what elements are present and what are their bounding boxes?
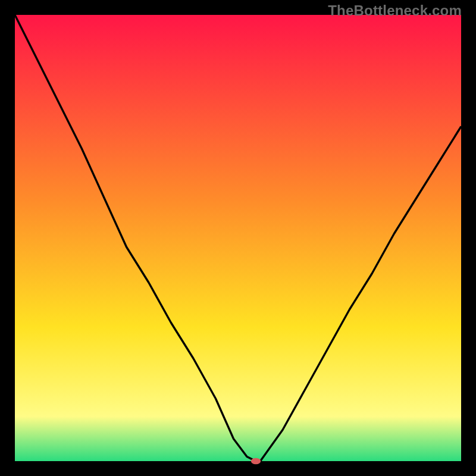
- chart-stage: TheBottleneck.com: [0, 0, 476, 476]
- minimum-marker: [251, 458, 261, 465]
- curve-layer: [15, 15, 461, 461]
- plot-area: [15, 15, 461, 461]
- bottleneck-curve: [15, 15, 461, 461]
- watermark-text: TheBottleneck.com: [328, 2, 462, 19]
